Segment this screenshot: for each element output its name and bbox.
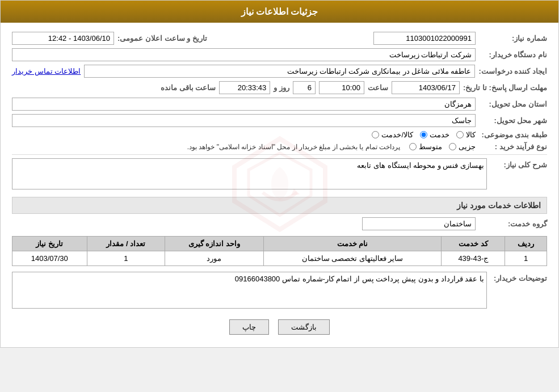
city-label: شهر محل تحویل: <box>479 116 547 125</box>
city-value: جاسک <box>12 114 476 127</box>
response-deadline-label: مهلت ارسال پاسخ: تا تاریخ: <box>463 83 547 92</box>
buyer-desc-textarea[interactable] <box>12 272 487 309</box>
need-number-label: شماره نیاز: <box>479 34 547 43</box>
service-info-title: اطلاعات خدمات مورد نیاز <box>12 197 547 214</box>
need-number-value: 1103001022000991 <box>373 32 476 45</box>
table-row: 1 ج-43-439 سایر فعالیتهای تخصصی ساختمان … <box>12 251 547 266</box>
response-date: 1403/06/17 <box>392 81 460 94</box>
creator-label: ایجاد کننده درخواست: <box>478 67 547 75</box>
date-label: تاریخ و ساعت اعلان عمومی: <box>117 34 207 43</box>
col-code: کد خدمت <box>442 237 505 251</box>
cell-qty: 1 <box>87 251 165 266</box>
response-remaining: 20:33:43 <box>219 81 270 94</box>
category-option-kala-khedmat[interactable]: کالا/خدمت <box>372 130 413 139</box>
col-row: ردیف <box>505 237 547 251</box>
category-label: طبقه بندی موضوعی: <box>479 130 547 139</box>
services-table-section: ردیف کد خدمت نام خدمت واحد اندازه گیری ت… <box>12 236 547 266</box>
service-group-value: ساختمان <box>362 217 476 230</box>
purchase-type-label: نوع فرآیند خرید : <box>479 142 547 151</box>
cell-code: ج-43-439 <box>442 251 505 266</box>
col-date: تاریخ نیاز <box>12 237 87 251</box>
purchase-type-radio-group: جزیی متوسط <box>409 142 476 151</box>
response-time-label: ساعت <box>368 83 388 92</box>
print-button[interactable]: چاپ <box>229 319 269 335</box>
buyer-desc-label: توضیحات خریدار: <box>490 274 547 283</box>
response-day-label: روز و <box>274 83 289 92</box>
category-option-khedmat[interactable]: خدمت <box>420 130 449 139</box>
purchase-option-jozei[interactable]: جزیی <box>449 142 476 151</box>
province-label: استان محل تحویل: <box>479 100 547 108</box>
response-day: 6 <box>293 81 316 94</box>
date-value: 1403/06/10 - 12:42 <box>12 32 114 45</box>
cell-date: 1403/07/30 <box>12 251 87 266</box>
purchase-option-motavasset[interactable]: متوسط <box>409 142 442 151</box>
purchase-note: پرداخت تمام یا بخشی از مبلغ خریدار از مح… <box>187 143 400 151</box>
need-desc-label: شرح کلی نیاز: <box>490 161 547 169</box>
page-header: جزئیات اطلاعات نیاز <box>1 1 558 23</box>
category-radio-group: کالا خدمت کالا/خدمت <box>372 130 476 139</box>
buyer-name-label: نام دستگاه خریدار: <box>479 50 547 59</box>
category-option-kala[interactable]: کالا <box>456 130 476 139</box>
response-time: 10:00 <box>319 81 364 94</box>
cell-row: 1 <box>505 251 547 266</box>
cell-unit: مورد <box>165 251 263 266</box>
creator-value: عاطفه ملائی شاغل در بیمانکاری شرکت ارتبا… <box>84 65 475 78</box>
cell-name: سایر فعالیتهای تخصصی ساختمان <box>263 251 442 266</box>
col-unit: واحد اندازه گیری <box>165 237 263 251</box>
service-group-label: گروه خدمت: <box>479 220 547 228</box>
response-remaining-label: ساعت باقی مانده <box>161 83 216 92</box>
page-title: جزئیات اطلاعات نیاز <box>241 7 318 16</box>
col-name: نام خدمت <box>263 237 442 251</box>
action-buttons: بازگشت چاپ <box>12 319 547 335</box>
province-value: هرمزگان <box>12 98 476 111</box>
col-qty: تعداد / مقدار <box>87 237 165 251</box>
back-button[interactable]: بازگشت <box>278 319 330 335</box>
creator-link[interactable]: اطلاعات تماس خریدار <box>12 67 81 75</box>
buyer-name-value: شرکت ارتباطات زیرساخت <box>12 48 476 61</box>
services-table: ردیف کد خدمت نام خدمت واحد اندازه گیری ت… <box>12 236 547 266</box>
need-desc-textarea[interactable] <box>12 158 487 189</box>
